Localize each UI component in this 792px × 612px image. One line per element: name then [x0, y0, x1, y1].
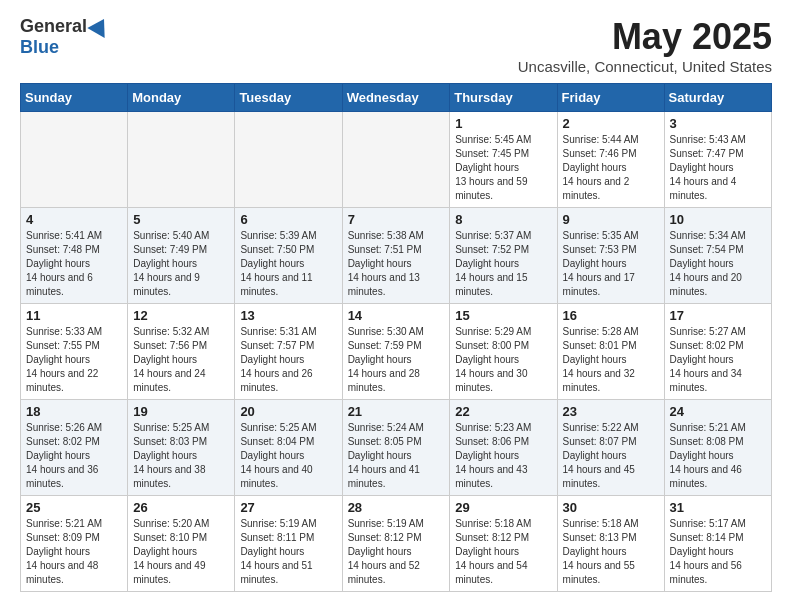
calendar-cell: 1 Sunrise: 5:45 AM Sunset: 7:45 PM Dayli… [450, 112, 557, 208]
calendar-cell: 12 Sunrise: 5:32 AM Sunset: 7:56 PM Dayl… [128, 304, 235, 400]
calendar-cell: 7 Sunrise: 5:38 AM Sunset: 7:51 PM Dayli… [342, 208, 450, 304]
day-number: 3 [670, 116, 766, 131]
day-info: Sunrise: 5:32 AM Sunset: 7:56 PM Dayligh… [133, 325, 229, 395]
logo-triangle-icon [87, 14, 112, 38]
day-number: 19 [133, 404, 229, 419]
day-info: Sunrise: 5:22 AM Sunset: 8:07 PM Dayligh… [563, 421, 659, 491]
calendar-cell: 6 Sunrise: 5:39 AM Sunset: 7:50 PM Dayli… [235, 208, 342, 304]
calendar-cell: 31 Sunrise: 5:17 AM Sunset: 8:14 PM Dayl… [664, 496, 771, 592]
calendar-cell [21, 112, 128, 208]
col-sunday: Sunday [21, 84, 128, 112]
calendar-cell: 29 Sunrise: 5:18 AM Sunset: 8:12 PM Dayl… [450, 496, 557, 592]
day-number: 9 [563, 212, 659, 227]
day-info: Sunrise: 5:37 AM Sunset: 7:52 PM Dayligh… [455, 229, 551, 299]
day-number: 13 [240, 308, 336, 323]
day-info: Sunrise: 5:30 AM Sunset: 7:59 PM Dayligh… [348, 325, 445, 395]
day-info: Sunrise: 5:17 AM Sunset: 8:14 PM Dayligh… [670, 517, 766, 587]
calendar-week-2: 4 Sunrise: 5:41 AM Sunset: 7:48 PM Dayli… [21, 208, 772, 304]
day-info: Sunrise: 5:39 AM Sunset: 7:50 PM Dayligh… [240, 229, 336, 299]
subtitle: Uncasville, Connecticut, United States [518, 58, 772, 75]
calendar-header-row: Sunday Monday Tuesday Wednesday Thursday… [21, 84, 772, 112]
day-info: Sunrise: 5:27 AM Sunset: 8:02 PM Dayligh… [670, 325, 766, 395]
day-info: Sunrise: 5:45 AM Sunset: 7:45 PM Dayligh… [455, 133, 551, 203]
col-wednesday: Wednesday [342, 84, 450, 112]
calendar-cell: 26 Sunrise: 5:20 AM Sunset: 8:10 PM Dayl… [128, 496, 235, 592]
day-number: 8 [455, 212, 551, 227]
day-info: Sunrise: 5:21 AM Sunset: 8:08 PM Dayligh… [670, 421, 766, 491]
calendar-week-1: 1 Sunrise: 5:45 AM Sunset: 7:45 PM Dayli… [21, 112, 772, 208]
day-number: 15 [455, 308, 551, 323]
main-title: May 2025 [518, 16, 772, 58]
day-info: Sunrise: 5:28 AM Sunset: 8:01 PM Dayligh… [563, 325, 659, 395]
day-number: 26 [133, 500, 229, 515]
day-info: Sunrise: 5:40 AM Sunset: 7:49 PM Dayligh… [133, 229, 229, 299]
calendar-cell: 27 Sunrise: 5:19 AM Sunset: 8:11 PM Dayl… [235, 496, 342, 592]
day-info: Sunrise: 5:23 AM Sunset: 8:06 PM Dayligh… [455, 421, 551, 491]
day-number: 18 [26, 404, 122, 419]
day-info: Sunrise: 5:18 AM Sunset: 8:13 PM Dayligh… [563, 517, 659, 587]
calendar-cell: 4 Sunrise: 5:41 AM Sunset: 7:48 PM Dayli… [21, 208, 128, 304]
calendar-cell: 9 Sunrise: 5:35 AM Sunset: 7:53 PM Dayli… [557, 208, 664, 304]
calendar-cell: 15 Sunrise: 5:29 AM Sunset: 8:00 PM Dayl… [450, 304, 557, 400]
day-info: Sunrise: 5:44 AM Sunset: 7:46 PM Dayligh… [563, 133, 659, 203]
col-monday: Monday [128, 84, 235, 112]
col-tuesday: Tuesday [235, 84, 342, 112]
calendar-cell: 20 Sunrise: 5:25 AM Sunset: 8:04 PM Dayl… [235, 400, 342, 496]
day-number: 12 [133, 308, 229, 323]
calendar-cell: 18 Sunrise: 5:26 AM Sunset: 8:02 PM Dayl… [21, 400, 128, 496]
day-info: Sunrise: 5:43 AM Sunset: 7:47 PM Dayligh… [670, 133, 766, 203]
day-info: Sunrise: 5:38 AM Sunset: 7:51 PM Dayligh… [348, 229, 445, 299]
calendar-cell: 3 Sunrise: 5:43 AM Sunset: 7:47 PM Dayli… [664, 112, 771, 208]
day-number: 16 [563, 308, 659, 323]
day-info: Sunrise: 5:19 AM Sunset: 8:12 PM Dayligh… [348, 517, 445, 587]
day-number: 24 [670, 404, 766, 419]
day-info: Sunrise: 5:31 AM Sunset: 7:57 PM Dayligh… [240, 325, 336, 395]
day-number: 23 [563, 404, 659, 419]
day-info: Sunrise: 5:24 AM Sunset: 8:05 PM Dayligh… [348, 421, 445, 491]
calendar-cell: 2 Sunrise: 5:44 AM Sunset: 7:46 PM Dayli… [557, 112, 664, 208]
calendar-cell [128, 112, 235, 208]
day-info: Sunrise: 5:25 AM Sunset: 8:04 PM Dayligh… [240, 421, 336, 491]
calendar-cell: 5 Sunrise: 5:40 AM Sunset: 7:49 PM Dayli… [128, 208, 235, 304]
day-info: Sunrise: 5:35 AM Sunset: 7:53 PM Dayligh… [563, 229, 659, 299]
logo-blue: Blue [20, 37, 59, 58]
day-number: 30 [563, 500, 659, 515]
day-info: Sunrise: 5:19 AM Sunset: 8:11 PM Dayligh… [240, 517, 336, 587]
day-info: Sunrise: 5:21 AM Sunset: 8:09 PM Dayligh… [26, 517, 122, 587]
calendar-cell: 23 Sunrise: 5:22 AM Sunset: 8:07 PM Dayl… [557, 400, 664, 496]
calendar-cell [342, 112, 450, 208]
day-number: 27 [240, 500, 336, 515]
day-info: Sunrise: 5:25 AM Sunset: 8:03 PM Dayligh… [133, 421, 229, 491]
col-saturday: Saturday [664, 84, 771, 112]
logo-general: General [20, 16, 87, 37]
day-number: 4 [26, 212, 122, 227]
calendar-week-4: 18 Sunrise: 5:26 AM Sunset: 8:02 PM Dayl… [21, 400, 772, 496]
day-number: 2 [563, 116, 659, 131]
day-number: 6 [240, 212, 336, 227]
calendar-cell: 25 Sunrise: 5:21 AM Sunset: 8:09 PM Dayl… [21, 496, 128, 592]
day-number: 7 [348, 212, 445, 227]
logo: General Blue [20, 16, 110, 58]
day-info: Sunrise: 5:41 AM Sunset: 7:48 PM Dayligh… [26, 229, 122, 299]
day-number: 22 [455, 404, 551, 419]
calendar-cell: 21 Sunrise: 5:24 AM Sunset: 8:05 PM Dayl… [342, 400, 450, 496]
day-info: Sunrise: 5:20 AM Sunset: 8:10 PM Dayligh… [133, 517, 229, 587]
calendar-cell: 22 Sunrise: 5:23 AM Sunset: 8:06 PM Dayl… [450, 400, 557, 496]
calendar-cell: 11 Sunrise: 5:33 AM Sunset: 7:55 PM Dayl… [21, 304, 128, 400]
day-number: 29 [455, 500, 551, 515]
calendar-cell: 24 Sunrise: 5:21 AM Sunset: 8:08 PM Dayl… [664, 400, 771, 496]
calendar-cell: 17 Sunrise: 5:27 AM Sunset: 8:02 PM Dayl… [664, 304, 771, 400]
header: General Blue May 2025 Uncasville, Connec… [20, 16, 772, 75]
calendar-cell [235, 112, 342, 208]
calendar-week-5: 25 Sunrise: 5:21 AM Sunset: 8:09 PM Dayl… [21, 496, 772, 592]
day-info: Sunrise: 5:29 AM Sunset: 8:00 PM Dayligh… [455, 325, 551, 395]
calendar-cell: 16 Sunrise: 5:28 AM Sunset: 8:01 PM Dayl… [557, 304, 664, 400]
col-friday: Friday [557, 84, 664, 112]
day-info: Sunrise: 5:33 AM Sunset: 7:55 PM Dayligh… [26, 325, 122, 395]
calendar-cell: 8 Sunrise: 5:37 AM Sunset: 7:52 PM Dayli… [450, 208, 557, 304]
day-number: 28 [348, 500, 445, 515]
calendar-cell: 13 Sunrise: 5:31 AM Sunset: 7:57 PM Dayl… [235, 304, 342, 400]
day-number: 21 [348, 404, 445, 419]
day-number: 20 [240, 404, 336, 419]
day-info: Sunrise: 5:18 AM Sunset: 8:12 PM Dayligh… [455, 517, 551, 587]
